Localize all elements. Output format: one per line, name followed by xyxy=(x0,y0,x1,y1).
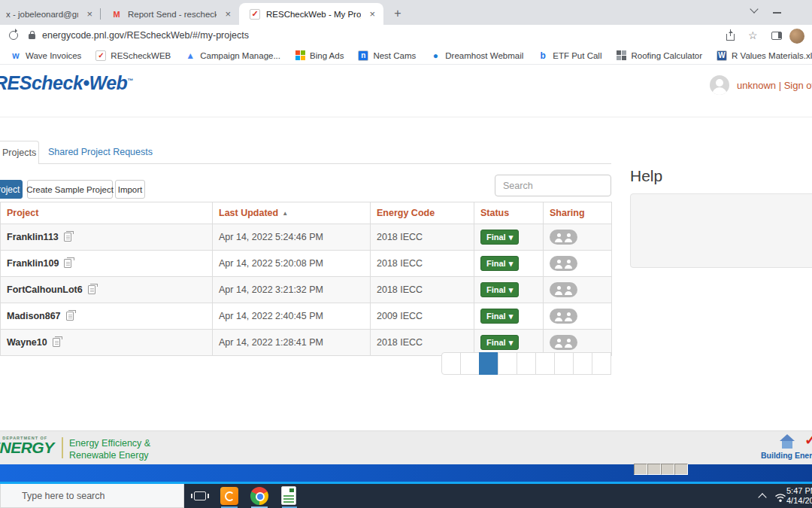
pagination-button[interactable] xyxy=(592,352,611,375)
bookmark-item[interactable]: Roofing Calculator xyxy=(616,50,702,61)
col-last-updated[interactable]: Last Updated▲ xyxy=(213,202,371,224)
window-minimize-button[interactable] xyxy=(773,12,781,14)
bookmark-item[interactable]: ▲ Campaign Manage... xyxy=(185,50,280,61)
tab-close-icon[interactable]: × xyxy=(84,8,95,20)
status-dropdown-button[interactable]: Final▾ xyxy=(480,309,519,324)
tab-search-chevron-icon[interactable] xyxy=(750,5,758,13)
tray-clock[interactable]: 5:47 PM4/14/2022 xyxy=(786,486,812,507)
last-updated-cell: Apr 14, 2022 1:28:41 PM xyxy=(213,330,371,356)
bookmark-item[interactable]: w Wave Invoices xyxy=(11,50,81,61)
bookmark-item[interactable]: b ETF Put Call xyxy=(538,50,601,61)
bookmark-star-icon[interactable]: ☆ xyxy=(748,29,758,41)
search-input[interactable] xyxy=(495,175,611,196)
wifi-icon[interactable] xyxy=(774,492,786,506)
help-link[interactable] xyxy=(631,250,812,263)
copy-project-icon[interactable] xyxy=(64,233,71,242)
help-link[interactable] xyxy=(631,211,812,224)
pagination-button[interactable] xyxy=(554,352,574,375)
sign-off-link[interactable]: Sign off xyxy=(784,80,812,91)
sharing-button[interactable] xyxy=(550,256,577,271)
bookmark-label: Roofing Calculator xyxy=(631,51,702,60)
copy-project-icon[interactable] xyxy=(64,259,71,268)
col-energy-code[interactable]: Energy Code xyxy=(371,202,474,224)
orange-app-icon[interactable] xyxy=(220,487,238,505)
pagination-button[interactable] xyxy=(573,352,592,375)
status-dropdown-button[interactable]: Final▾ xyxy=(480,256,519,271)
user-area: unknown | Sign off | xyxy=(710,75,812,95)
last-updated-cell: Apr 14, 2022 3:21:32 PM xyxy=(213,277,371,303)
copy-project-icon[interactable] xyxy=(66,312,74,321)
sharing-button[interactable] xyxy=(550,309,577,324)
browser-tab[interactable]: M Report Send - rescheckinfo@gm... × xyxy=(101,3,239,25)
share-icon[interactable] xyxy=(726,34,735,41)
project-name-link[interactable]: Franklin109 xyxy=(7,258,59,269)
project-name-link[interactable]: Wayne10 xyxy=(7,337,47,348)
bookmark-label: Wave Invoices xyxy=(26,51,81,60)
url-text[interactable]: energycode.pnl.gov/REScheckWeb/#/my-proj… xyxy=(42,30,249,41)
pagination-button[interactable] xyxy=(441,352,461,375)
status-dropdown-button[interactable]: Final▾ xyxy=(480,282,519,297)
help-link[interactable] xyxy=(631,199,812,211)
bookmark-item[interactable]: Bing Ads xyxy=(295,50,344,61)
bookmark-favicon-icon: W xyxy=(717,50,727,61)
project-name-link[interactable]: FortCalhounLot6 xyxy=(7,284,83,295)
table-row: Franklin109 Apr 14, 2022 5:20:08 PM 2018… xyxy=(1,251,612,277)
help-link[interactable] xyxy=(631,237,812,250)
status-dropdown-button[interactable]: Final▾ xyxy=(480,230,519,245)
help-link[interactable] xyxy=(631,224,812,237)
pagination-button[interactable] xyxy=(517,352,536,375)
sharing-button[interactable] xyxy=(550,335,577,350)
project-name-link[interactable]: Franklin113 xyxy=(7,232,59,242)
project-name-link[interactable]: Madison867 xyxy=(7,311,61,321)
last-updated-cell: Apr 14, 2022 5:20:08 PM xyxy=(213,251,371,277)
pagination-button[interactable] xyxy=(479,352,498,375)
chrome-icon[interactable] xyxy=(250,487,268,505)
header-divider xyxy=(0,117,812,117)
username: unknown xyxy=(737,80,776,91)
tab-shared-project-requests[interactable]: Shared Project Requests xyxy=(48,147,153,157)
tray-chevron-up-icon[interactable] xyxy=(758,493,766,501)
col-status[interactable]: Status xyxy=(474,202,544,224)
bookmark-favicon-icon: ▲ xyxy=(185,50,195,61)
create-sample-project-button[interactable]: Create Sample Project xyxy=(27,180,113,199)
tab-close-icon[interactable]: × xyxy=(367,8,377,20)
pagination-button[interactable] xyxy=(460,352,480,375)
browser-profile-avatar[interactable] xyxy=(789,29,804,44)
sharing-button[interactable] xyxy=(550,230,577,245)
tab-title: RESCheckWeb - My Projects xyxy=(266,10,361,19)
new-tab-button[interactable]: + xyxy=(388,4,408,23)
tab-projects[interactable]: Projects xyxy=(0,141,39,164)
copy-project-icon[interactable] xyxy=(88,285,95,294)
taskbar-search-input[interactable] xyxy=(0,484,184,508)
col-sharing[interactable]: Sharing xyxy=(544,202,612,224)
sharing-button[interactable] xyxy=(550,282,577,297)
bookmark-item[interactable]: ✓ REScheckWEB xyxy=(95,50,171,61)
building-energy-logo[interactable]: ✓ Building Energy xyxy=(761,434,812,460)
col-project[interactable]: Project xyxy=(1,202,213,224)
help-panel xyxy=(630,193,812,268)
sort-asc-icon: ▲ xyxy=(282,210,288,217)
side-panel-icon[interactable] xyxy=(771,32,782,40)
task-view-icon[interactable] xyxy=(194,491,206,500)
bookmark-favicon-icon: b xyxy=(538,50,548,61)
import-button[interactable]: Import xyxy=(115,180,145,199)
pagination-button[interactable] xyxy=(498,352,517,375)
pagination-button[interactable] xyxy=(535,352,555,375)
copy-project-icon[interactable] xyxy=(53,338,60,347)
rescheck-web-logo[interactable]: REScheck•Web™ xyxy=(0,72,133,94)
bookmark-item[interactable]: n Nest Cams xyxy=(358,50,416,61)
bookmark-item[interactable]: ● Dreamhost Webmail xyxy=(430,50,523,61)
doe-logo[interactable]: U.S. DEPARTMENT OF ENERGY xyxy=(0,436,54,455)
browser-tab[interactable]: ✓ RESCheckWeb - My Projects × xyxy=(239,3,383,25)
browser-tab[interactable]: x - jobeleonard@gmail.com × xyxy=(0,3,101,25)
pagination xyxy=(441,352,611,375)
tab-close-icon[interactable]: × xyxy=(223,8,233,20)
status-dropdown-button[interactable]: Final▾ xyxy=(480,335,519,350)
spreadsheet-app-icon[interactable] xyxy=(281,486,296,505)
bookmark-item[interactable]: W R Values Materials.xls xyxy=(717,50,812,61)
screen: x - jobeleonard@gmail.com × M Report Sen… xyxy=(0,0,812,508)
create-project-button[interactable]: Create Project xyxy=(0,180,23,199)
bookmark-favicon-icon xyxy=(295,50,305,61)
refresh-icon[interactable] xyxy=(9,31,18,40)
lock-icon[interactable] xyxy=(29,34,35,39)
